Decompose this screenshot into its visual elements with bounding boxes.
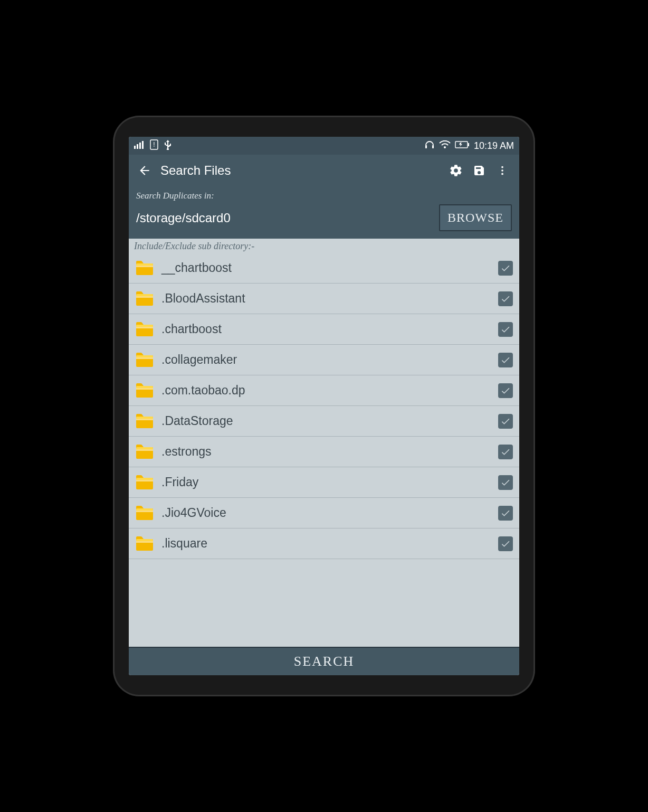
folder-checkbox[interactable] <box>498 291 513 306</box>
svg-point-11 <box>501 166 503 168</box>
svg-rect-7 <box>432 145 434 148</box>
folder-name: .collagemaker <box>161 353 491 367</box>
folder-icon <box>135 320 154 338</box>
list-item[interactable]: .DataStorage <box>129 406 519 437</box>
svg-rect-20 <box>136 449 153 451</box>
wifi-icon <box>439 140 451 151</box>
folder-checkbox[interactable] <box>498 506 513 521</box>
folder-name: .estrongs <box>161 445 491 459</box>
svg-rect-3 <box>142 141 144 149</box>
folder-icon <box>135 351 154 369</box>
svg-rect-6 <box>425 145 427 148</box>
folder-icon <box>135 504 154 522</box>
search-path: /storage/sdcard0 <box>136 211 434 225</box>
battery-icon <box>455 141 470 150</box>
folder-icon <box>135 259 154 277</box>
list-item[interactable]: .Friday <box>129 467 519 498</box>
svg-rect-1 <box>137 144 138 149</box>
search-path-section: Search Duplicates in: /storage/sdcard0 B… <box>129 186 519 239</box>
svg-rect-21 <box>136 480 153 481</box>
save-button[interactable] <box>468 164 491 177</box>
back-button[interactable] <box>134 164 155 177</box>
browse-button[interactable]: BROWSE <box>439 204 512 231</box>
status-left: ! <box>134 139 172 152</box>
status-bar: ! 10:19 AM <box>129 137 519 155</box>
app-bar: Search Files <box>129 155 519 186</box>
svg-rect-17 <box>136 357 153 359</box>
search-label: Search Duplicates in: <box>136 191 512 201</box>
folder-checkbox[interactable] <box>498 353 513 367</box>
folder-checkbox[interactable] <box>498 536 513 551</box>
tablet-frame: ! 10:19 AM <box>113 116 535 696</box>
folder-name: __chartboost <box>161 261 491 275</box>
status-right: 10:19 AM <box>424 140 514 152</box>
folder-checkbox[interactable] <box>498 414 513 429</box>
list-item[interactable]: .lisquare <box>129 528 519 559</box>
svg-point-8 <box>444 146 446 148</box>
signal-icon <box>134 140 145 151</box>
folder-icon <box>135 474 154 492</box>
list-item[interactable]: .chartboost <box>129 314 519 345</box>
svg-point-12 <box>501 169 503 172</box>
svg-rect-22 <box>136 511 153 512</box>
svg-rect-2 <box>139 143 141 149</box>
headphones-icon <box>424 140 435 152</box>
settings-button[interactable] <box>444 164 468 177</box>
list-item[interactable]: .collagemaker <box>129 345 519 375</box>
svg-text:!: ! <box>153 141 155 148</box>
folder-icon <box>135 290 154 308</box>
usb-icon <box>164 139 172 152</box>
overflow-menu-button[interactable] <box>491 165 514 176</box>
list-item[interactable]: .Jio4GVoice <box>129 498 519 528</box>
folder-checkbox[interactable] <box>498 445 513 459</box>
folder-name: .chartboost <box>161 322 491 336</box>
svg-rect-0 <box>134 146 136 149</box>
svg-point-13 <box>501 173 503 175</box>
folder-icon <box>135 382 154 400</box>
svg-rect-16 <box>136 327 153 328</box>
folder-icon <box>135 443 154 461</box>
svg-rect-15 <box>136 296 153 298</box>
subdir-label: Include/Exclude sub directory:- <box>129 239 519 253</box>
folder-name: .DataStorage <box>161 414 491 428</box>
search-button[interactable]: SEARCH <box>129 647 519 675</box>
folder-name: .lisquare <box>161 536 491 551</box>
svg-rect-23 <box>136 541 153 543</box>
folder-checkbox[interactable] <box>498 475 513 490</box>
folder-checkbox[interactable] <box>498 322 513 337</box>
status-time: 10:19 AM <box>474 140 514 152</box>
list-item[interactable]: .com.taobao.dp <box>129 375 519 406</box>
svg-rect-10 <box>468 143 469 146</box>
folder-checkbox[interactable] <box>498 383 513 398</box>
svg-rect-14 <box>136 266 153 267</box>
folder-icon <box>135 535 154 553</box>
app-title: Search Files <box>160 163 231 178</box>
folder-list[interactable]: __chartboost .BloodAssistant .chartboost… <box>129 253 519 647</box>
folder-checkbox[interactable] <box>498 261 513 276</box>
list-item[interactable]: .estrongs <box>129 437 519 467</box>
list-item[interactable]: __chartboost <box>129 253 519 284</box>
svg-rect-19 <box>136 419 153 420</box>
sim-icon: ! <box>150 139 158 152</box>
folder-name: .Jio4GVoice <box>161 506 491 520</box>
folder-name: .BloodAssistant <box>161 291 491 306</box>
folder-name: .Friday <box>161 475 491 489</box>
folder-name: .com.taobao.dp <box>161 383 491 398</box>
folder-icon <box>135 412 154 430</box>
svg-rect-18 <box>136 388 153 390</box>
screen: ! 10:19 AM <box>129 137 519 675</box>
list-item[interactable]: .BloodAssistant <box>129 284 519 314</box>
